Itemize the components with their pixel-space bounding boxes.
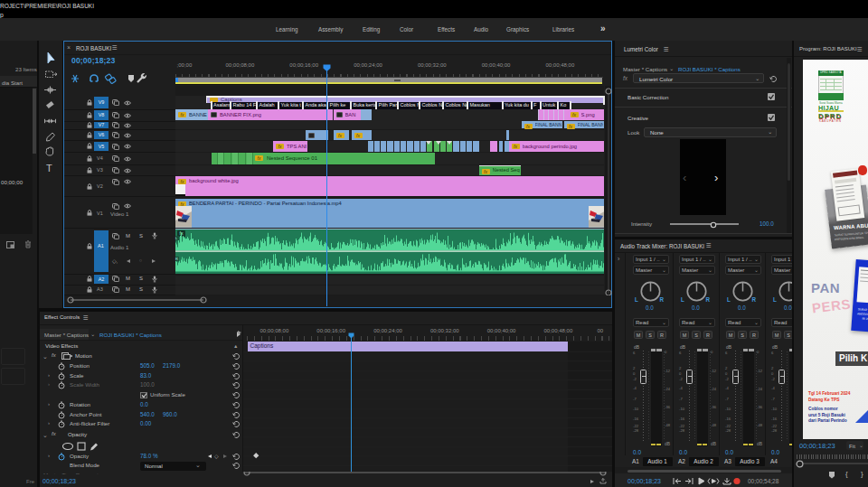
- svg-text:T: T: [46, 163, 52, 173]
